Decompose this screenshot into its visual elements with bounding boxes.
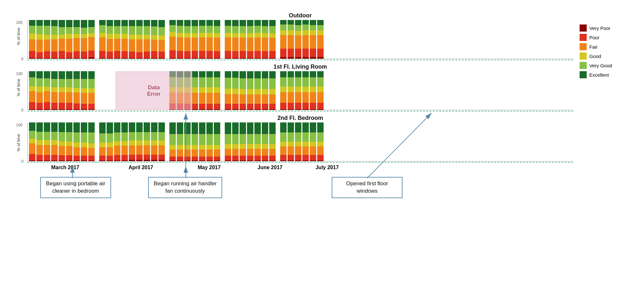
bar-segment: [232, 20, 239, 26]
bar: [81, 71, 87, 110]
bar-segment: [121, 141, 128, 146]
bar-segment: [214, 145, 220, 150]
bar-segment: [295, 77, 301, 87]
bar-segment: [240, 134, 246, 144]
month-label: June 2017: [240, 165, 300, 170]
bar-segment: [199, 33, 205, 37]
bar-segment: [114, 58, 120, 59]
bar-segment: [214, 157, 220, 160]
annotation-box-2: Opened first floor windows: [332, 177, 402, 198]
bar-segment: [81, 34, 87, 38]
bar-segment: [73, 160, 80, 161]
bar-segment: [269, 78, 276, 89]
bar: [240, 20, 246, 59]
bar-segment: [302, 30, 309, 35]
bar-segment: [192, 93, 198, 104]
bar: [66, 71, 72, 110]
bar-segment: [317, 109, 324, 110]
bar-segment: [232, 33, 239, 38]
bar-segment: [151, 132, 157, 140]
bar-segment: [144, 155, 150, 160]
bar-segment: [99, 133, 106, 143]
bar-segment: [51, 35, 58, 39]
bar-segment: [247, 78, 253, 89]
bar: [59, 20, 65, 59]
bar: [199, 20, 205, 59]
bar-segment: [44, 58, 50, 59]
bar: [29, 71, 35, 110]
bar: [310, 71, 316, 110]
bar: [206, 71, 213, 110]
bar-segment: [295, 57, 301, 59]
bar: [151, 20, 157, 59]
bar-segment: [206, 93, 213, 104]
bar-segment: [199, 93, 205, 104]
bar-segment: [73, 156, 80, 160]
bar-segment: [295, 71, 301, 77]
bar-segment: [232, 71, 239, 78]
bar-segment: [114, 146, 120, 155]
bar-segment: [129, 58, 135, 59]
bar-segment: [29, 77, 35, 86]
bar: [302, 122, 309, 161]
bar: [247, 71, 253, 110]
bar-segment: [214, 71, 220, 77]
bar-segment: [254, 149, 261, 156]
bar-segment: [81, 156, 87, 160]
bar-segment: [262, 51, 268, 58]
bar-segment: [288, 132, 294, 142]
bar-segment: [254, 160, 261, 161]
bar-segment: [247, 149, 253, 156]
bar: [214, 71, 220, 110]
bar: [51, 122, 58, 161]
bar: [184, 20, 191, 59]
bar: [214, 122, 220, 161]
bar-segment: [295, 103, 301, 109]
bar-segment: [81, 38, 87, 52]
bar-segment: [280, 24, 287, 30]
bar-segment: [206, 20, 213, 26]
bar-segment: [36, 26, 43, 34]
bar-segment: [29, 131, 35, 139]
bar-segment: [206, 26, 213, 33]
bar-segment: [88, 93, 95, 104]
bar-segment: [114, 160, 120, 161]
bar-segment: [151, 155, 157, 160]
bar-segment: [317, 20, 324, 25]
bar-segment: [269, 122, 276, 134]
bar-segment: [107, 58, 113, 59]
bar-segment: [214, 150, 220, 157]
bar-segment: [269, 58, 276, 59]
bar-segment: [280, 103, 287, 109]
bar-segment: [225, 160, 231, 161]
bar-segment: [59, 35, 65, 39]
bar-segment: [66, 109, 72, 110]
bar-segment: [232, 78, 239, 89]
bar-segment: [247, 20, 253, 26]
bar-segment: [206, 157, 213, 160]
bar: [288, 122, 294, 161]
bar-segment: [262, 104, 268, 109]
bar-segment: [295, 87, 301, 92]
bar: [88, 71, 95, 110]
bar-segment: [44, 132, 50, 140]
bar-segment: [199, 26, 205, 33]
bar-segment: [36, 52, 43, 58]
bar-segment: [81, 28, 87, 34]
bar-segment: [295, 92, 301, 103]
bar-segment: [192, 150, 198, 157]
legend-item: Very Good: [580, 62, 634, 69]
bar-segment: [88, 109, 95, 110]
bar-segment: [121, 155, 128, 160]
bar-segment: [136, 155, 143, 160]
bar: [51, 71, 58, 110]
bar-segment: [177, 26, 183, 33]
bar-segment: [192, 122, 198, 134]
bar-segment: [199, 51, 205, 58]
bar-segment: [144, 140, 150, 145]
bar: [73, 71, 80, 110]
y-axis-100: 100: [16, 123, 23, 127]
bar-segment: [240, 20, 246, 26]
bar-segment: [225, 156, 231, 160]
bar-segment: [192, 109, 198, 110]
